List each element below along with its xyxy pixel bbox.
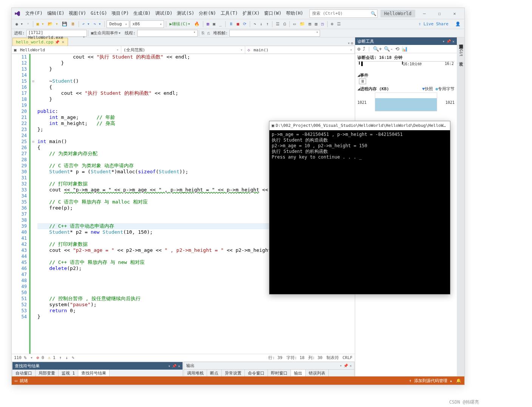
tb-misc-4[interactable]: 📁 xyxy=(298,21,306,27)
stack-icon1[interactable]: ⎘ xyxy=(200,30,206,36)
menu-item[interactable]: 调试(D) xyxy=(153,9,175,17)
eol-mode[interactable]: CRLF xyxy=(343,355,353,360)
menu-item[interactable]: 扩展(X) xyxy=(240,9,262,17)
stackframe-combo[interactable] xyxy=(229,30,320,37)
panel-tab[interactable]: 即时窗口 xyxy=(268,370,291,377)
panel-tab[interactable]: 自动窗口 xyxy=(12,370,36,377)
search-input[interactable] xyxy=(310,11,370,16)
minimize-button[interactable]: — xyxy=(417,8,432,19)
panel-tab[interactable]: 异常设置 xyxy=(222,370,245,377)
panel-pin-icon[interactable]: 📌 xyxy=(446,39,451,43)
maximize-button[interactable]: ☐ xyxy=(432,8,447,19)
close-button[interactable]: ✕ xyxy=(447,8,462,19)
diag-timeline[interactable]: 16:10分钟 16:2 xyxy=(357,61,455,71)
step-out-button[interactable]: ↑ xyxy=(264,21,270,27)
open-button[interactable]: 📂 ▾ xyxy=(46,21,59,27)
export-icon[interactable]: ⤴ xyxy=(363,46,365,52)
panel-dropdown-icon[interactable]: ▾ xyxy=(168,364,170,368)
panel-pin-icon[interactable]: 📌 xyxy=(172,364,176,368)
tb-misc-6[interactable]: ▥ xyxy=(313,21,319,27)
menu-item[interactable]: 分析(N) xyxy=(196,9,218,17)
admin-icon[interactable]: 👤 xyxy=(454,21,462,27)
back-button[interactable]: ◉ ▾ xyxy=(14,21,25,27)
lifecycle-icon[interactable]: ▣ 生命周期事件 ▾ xyxy=(90,29,122,37)
menu-item[interactable]: 项目(P) xyxy=(109,9,131,17)
nav-up-icon[interactable]: ↑ xyxy=(59,355,62,360)
memory-chart[interactable] xyxy=(375,92,437,111)
step-over-button[interactable]: ↷ xyxy=(252,21,258,27)
menu-item[interactable]: 文件(F) xyxy=(23,9,45,17)
undo-button[interactable]: ↶ ▾ xyxy=(81,21,91,27)
hot-reload-icon[interactable]: 🔥 xyxy=(193,21,201,27)
step-into-button[interactable]: ↓ xyxy=(258,21,264,27)
panel-pin-icon[interactable]: 📌 xyxy=(343,364,348,368)
restart-button[interactable]: ⟳ xyxy=(241,21,248,27)
zoom-level[interactable]: 110 % xyxy=(14,355,26,360)
console-output[interactable]: p->m_age = -842150451 , p->m_height = -8… xyxy=(269,130,450,294)
redo-button[interactable]: ↷ ▾ xyxy=(92,21,103,27)
tb-misc-9[interactable]: ☲ xyxy=(336,21,342,27)
tab-dropdown-icon[interactable]: ▾ xyxy=(348,41,350,46)
tb-misc-1[interactable]: ☰ xyxy=(274,21,281,27)
nav-scope-project[interactable]: ▣HelloWorld xyxy=(12,46,121,54)
nav-scope-global[interactable]: (全局范围) xyxy=(121,46,245,54)
chart-icon[interactable]: 📊 xyxy=(402,46,408,52)
scm-button[interactable]: ↑ 添加到源代码管理 ▴ xyxy=(409,378,453,384)
tb-icon-1[interactable]: ▦ xyxy=(205,21,211,27)
panel-tab[interactable]: 局部变量 xyxy=(36,370,59,377)
save-all-button[interactable]: 🗎 xyxy=(70,21,77,27)
nav-scope-function[interactable]: ◇main() xyxy=(245,46,355,54)
process-combo[interactable]: [1712] HelloWorld.exe xyxy=(26,30,87,37)
menu-item[interactable]: 帮助(H) xyxy=(284,9,306,17)
tb-misc-5[interactable]: ▤ xyxy=(307,21,313,27)
panel-tab[interactable]: 监视 1 xyxy=(59,370,78,377)
menu-item[interactable]: 窗口(W) xyxy=(262,9,284,17)
tb-icon-3[interactable]: _ xyxy=(218,21,223,27)
reset-zoom-icon[interactable]: ⟲ xyxy=(395,46,399,52)
ruler-icon[interactable]: ✎ xyxy=(72,355,74,360)
error-count[interactable]: ⊘ 0 xyxy=(37,355,44,360)
thread-combo[interactable] xyxy=(137,30,198,37)
pause-button[interactable]: ⏸ xyxy=(227,21,235,27)
stop-button[interactable]: ■ xyxy=(235,21,241,27)
notification-icon[interactable]: 🔔 xyxy=(456,378,461,383)
panel-dropdown-icon[interactable]: ▾ xyxy=(340,364,342,368)
continue-button[interactable]: ▶ 继续(C) ▾ xyxy=(168,20,192,28)
menu-item[interactable]: 视图(V) xyxy=(66,9,88,17)
close-tab-icon[interactable]: ✕ xyxy=(62,39,64,45)
menu-item[interactable]: Git(G) xyxy=(88,9,109,17)
warning-count[interactable]: ⚠ 1 xyxy=(48,355,56,360)
pin-icon[interactable]: 📌 xyxy=(55,40,59,44)
forward-button[interactable]: ◦ xyxy=(25,21,31,27)
panel-close-icon[interactable]: ✕ xyxy=(452,39,455,43)
menu-item[interactable]: 生成(B) xyxy=(131,9,153,17)
tab-more-icon[interactable]: ⊕ xyxy=(351,41,353,46)
menu-item[interactable]: 测试(S) xyxy=(175,9,196,17)
menu-item[interactable]: 工具(T) xyxy=(218,9,240,17)
save-button[interactable]: 💾 xyxy=(60,21,69,27)
liveshare-button[interactable]: ⇪ Live Share xyxy=(416,21,451,27)
panel-tab[interactable]: 输出 xyxy=(291,370,306,377)
side-tab-git[interactable]: Git 更改 xyxy=(457,45,464,63)
panel-tab[interactable]: 错误列表 xyxy=(306,370,329,377)
search-box[interactable]: 🔍 xyxy=(309,9,377,18)
nav-down-icon[interactable]: ↓ xyxy=(65,355,68,360)
panel-dropdown-icon[interactable]: ▾ xyxy=(442,39,445,43)
config-combo[interactable]: Debug xyxy=(107,20,129,28)
tb-misc-2[interactable]: ⎙ xyxy=(282,21,288,27)
tb-misc-7[interactable]: ◳ xyxy=(320,21,325,27)
zoom-out-icon[interactable]: 🔍- xyxy=(384,46,393,52)
search-icon[interactable]: 🔍 xyxy=(370,11,377,16)
pause-events-icon[interactable]: ⏸ xyxy=(359,79,366,84)
stack-icon2[interactable]: ⎌ xyxy=(206,30,212,36)
panel-close-icon[interactable]: ✕ xyxy=(350,364,352,368)
new-file-button[interactable]: ▣ ▾ xyxy=(35,21,46,27)
menu-item[interactable]: 编辑(E) xyxy=(45,9,67,17)
side-tab-solution[interactable]: 解决方案资源管理器 xyxy=(457,37,464,45)
panel-tab[interactable]: 命令窗口 xyxy=(245,370,268,377)
zoom-in-icon[interactable]: 🔍+ xyxy=(373,46,382,52)
diag-memory-header[interactable]: ◢进程内存 (KB) ▼快照 ●专用字节 xyxy=(357,86,455,92)
panel-tab[interactable]: 调用堆栈 xyxy=(184,370,207,377)
platform-combo[interactable]: x86 xyxy=(130,20,164,28)
tb-misc-3[interactable]: ▭ xyxy=(292,21,297,27)
